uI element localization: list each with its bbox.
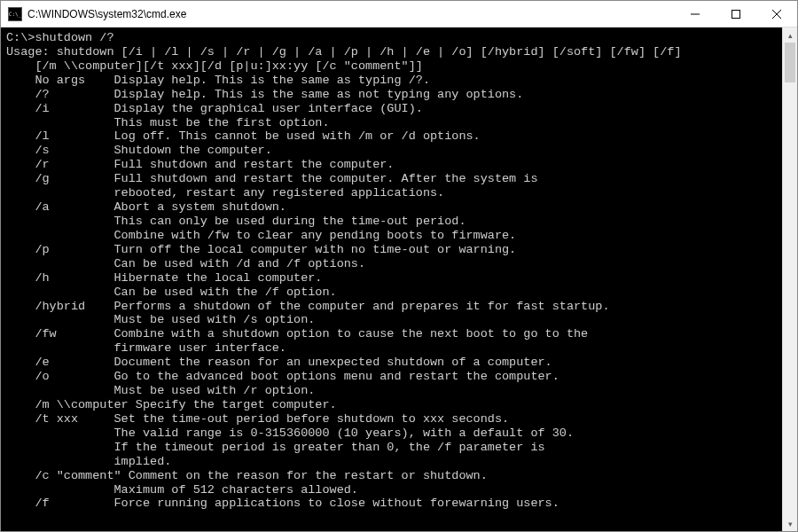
terminal-line: This must be the first option. [6,116,777,130]
terminal-line: Must be used with /s option. [6,313,777,327]
cmd-icon [8,7,22,21]
cmd-window: C:\WINDOWS\system32\cmd.exe C:\>shutdown… [0,0,798,532]
maximize-button[interactable] [716,1,756,27]
close-icon [772,10,781,19]
terminal-line: /fw Combine with a shutdown option to ca… [6,327,777,341]
scroll-up-arrow[interactable]: ▴ [783,27,797,43]
terminal-line: Must be used with /r option. [6,384,777,398]
terminal-line: Maximum of 512 characters allowed. [6,483,777,497]
terminal-line: /g Full shutdown and restart the compute… [6,172,777,186]
terminal-line: If the timeout period is greater than 0,… [6,441,777,455]
terminal-line: No args Display help. This is the same a… [6,74,777,88]
terminal-line: /i Display the graphical user interface … [6,102,777,116]
titlebar[interactable]: C:\WINDOWS\system32\cmd.exe [1,1,797,27]
close-button[interactable] [756,1,797,27]
terminal-line: /s Shutdown the computer. [6,144,777,158]
terminal-line: /h Hibernate the local computer. [6,271,777,286]
terminal-line: /r Full shutdown and restart the compute… [6,158,777,172]
minimize-button[interactable] [675,1,716,27]
terminal-line: The valid range is 0-315360000 (10 years… [6,426,777,441]
terminal-line: /c "comment" Comment on the reason for t… [6,469,777,483]
terminal-line: Can be used with the /f option. [6,286,777,300]
terminal-line: Usage: shutdown [/i | /l | /s | /r | /g … [6,45,777,59]
terminal-line: implied. [6,455,777,469]
maximize-icon [732,10,740,19]
terminal-line: Can be used with /d and /f options. [6,257,777,271]
terminal-line: C:\>shutdown /? [6,31,777,45]
terminal-line: /f Force running applications to close w… [6,497,777,511]
minimize-icon [691,10,700,19]
scroll-thumb[interactable] [785,43,795,82]
window-controls [675,1,797,27]
vertical-scrollbar[interactable]: ▴ ▾ [782,27,797,531]
terminal-line: Combine with /fw to clear any pending bo… [6,229,777,243]
content-area: C:\>shutdown /?Usage: shutdown [/i | /l … [1,27,797,531]
window-title: C:\WINDOWS\system32\cmd.exe [27,8,675,20]
terminal-output[interactable]: C:\>shutdown /?Usage: shutdown [/i | /l … [1,27,782,531]
terminal-line: /? Display help. This is the same as not… [6,88,777,102]
terminal-line: /m \\computer Specify the target compute… [6,398,777,412]
terminal-line: This can only be used during the time-ou… [6,215,777,229]
svg-rect-1 [732,10,740,18]
terminal-line: /a Abort a system shutdown. [6,200,777,215]
terminal-line: /hybrid Performs a shutdown of the compu… [6,300,777,314]
terminal-line: /p Turn off the local computer with no t… [6,243,777,257]
terminal-line: rebooted, restart any registered applica… [6,186,777,200]
terminal-line: /o Go to the advanced boot options menu … [6,370,777,384]
terminal-line: /t xxx Set the time-out period before sh… [6,412,777,426]
terminal-line: firmware user interface. [6,341,777,356]
scroll-down-arrow[interactable]: ▾ [783,516,797,531]
terminal-line: /l Log off. This cannot be used with /m … [6,129,777,144]
terminal-line: /e Document the reason for an unexpected… [6,356,777,370]
terminal-line: [/m \\computer][/t xxx][/d [p|u:]xx:yy [… [6,59,777,74]
